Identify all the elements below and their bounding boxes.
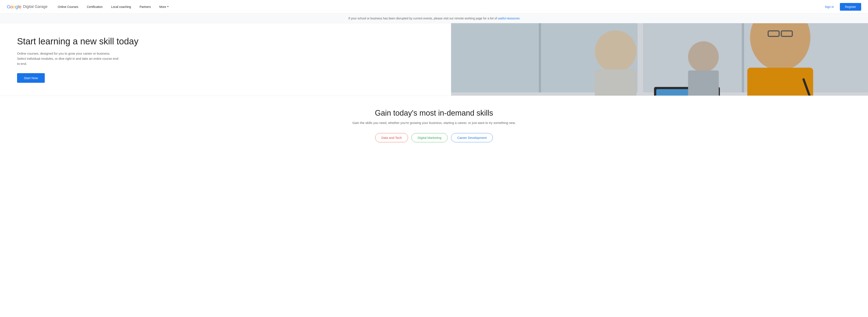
- nav-actions: Sign in Register: [822, 3, 861, 11]
- skills-title: Gain today's most in-demand skills: [7, 109, 861, 118]
- brand-name: Digital Garage: [23, 4, 48, 9]
- register-button[interactable]: Register: [840, 3, 861, 11]
- alert-banner: If your school or business has been disr…: [0, 13, 868, 23]
- skills-section: Gain today's most in-demand skills Gain …: [0, 95, 868, 151]
- navbar: Google Digital Garage Online Courses Cer…: [0, 0, 868, 13]
- nav-online-courses[interactable]: Online Courses: [54, 3, 82, 10]
- nav-partners[interactable]: Partners: [136, 3, 154, 10]
- hero-image: [451, 23, 868, 95]
- svg-point-14: [688, 41, 719, 72]
- chevron-down-icon: [167, 6, 169, 7]
- alert-link[interactable]: useful resources: [498, 17, 520, 20]
- google-logo: Google: [7, 4, 21, 9]
- skills-description: Gain the skills you need, whether you're…: [7, 121, 861, 124]
- nav-links: Online Courses Certification Local coach…: [54, 3, 822, 10]
- svg-rect-15: [688, 70, 719, 95]
- hero-content: Start learning a new skill today Online …: [0, 23, 451, 95]
- nav-more[interactable]: More: [156, 3, 172, 10]
- sign-in-button[interactable]: Sign in: [822, 3, 837, 10]
- hero-description: Online courses, designed for you to grow…: [17, 51, 119, 66]
- logo: Google Digital Garage: [7, 4, 48, 9]
- start-now-button[interactable]: Start Now: [17, 73, 45, 83]
- tab-career-development[interactable]: Career Development: [451, 133, 493, 142]
- svg-rect-6: [595, 69, 637, 95]
- hero-section: Start learning a new skill today Online …: [0, 23, 868, 95]
- tab-digital-marketing[interactable]: Digital Marketing: [411, 133, 447, 142]
- svg-rect-4: [742, 23, 744, 92]
- tab-data-tech[interactable]: Data and Tech: [375, 133, 408, 142]
- skills-tabs: Data and Tech Digital Marketing Career D…: [7, 133, 861, 142]
- nav-local-coaching[interactable]: Local coaching: [108, 3, 134, 10]
- svg-point-5: [595, 30, 637, 72]
- alert-text: If your school or business has been disr…: [348, 17, 498, 20]
- nav-certification[interactable]: Certification: [84, 3, 106, 10]
- svg-rect-3: [539, 23, 541, 92]
- hero-image-svg: [451, 23, 868, 95]
- hero-title: Start learning a new skill today: [17, 36, 434, 47]
- logo-area[interactable]: Google Digital Garage: [7, 4, 48, 9]
